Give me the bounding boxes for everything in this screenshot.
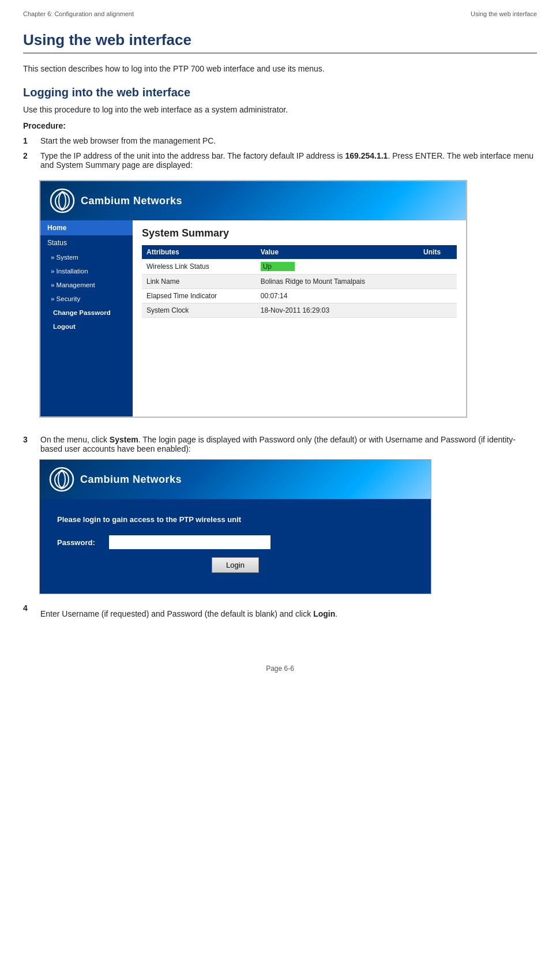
step-2-ip: 169.254.1.1 [345,151,388,160]
login-header: Cambium Networks [40,460,431,499]
step-4: 4 Enter Username (if requested) and Pass… [23,603,537,618]
val-link-name: Bolinas Ridge to Mount Tamalpais [256,275,419,289]
svg-point-3 [58,471,65,487]
attr-wireless-link: Wireless Link Status [142,259,256,275]
sidebar-item-home[interactable]: Home [40,220,133,235]
login-logo: Cambium Networks [49,467,182,492]
table-row: Wireless Link Status Up [142,259,457,275]
step-3-num: 3 [23,435,37,444]
section-title: Using the web interface [23,31,537,54]
step-4-before: Enter Username (if requested) and Passwo… [40,609,313,618]
wi-main: System Summary Attributes Value Units [133,220,466,416]
login-body: Please login to gain access to the PTP w… [40,499,431,594]
sidebar-item-management[interactable]: » Management [40,278,133,292]
table-header-row: Attributes Value Units [142,245,457,259]
step-3-before: On the menu, click [40,435,110,444]
web-interface-screenshot: Cambium Networks Home Status » System » … [39,180,467,418]
svg-point-1 [59,193,66,209]
step-2-before: Type the IP address of the unit into the… [40,151,345,160]
use-text: Use this procedure to log into the web i… [23,105,537,114]
col-value: Value [256,245,419,259]
wi-logo: Cambium Networks [50,188,182,213]
val-system-clock: 18-Nov-2011 16:29:03 [256,303,419,318]
login-info-text: Please login to gain access to the PTP w… [57,515,414,524]
step-1-text: Start the web browser from the managemen… [40,136,537,145]
login-password-input[interactable] [109,535,270,549]
step-1-num: 1 [23,136,37,145]
login-password-label: Password: [57,538,109,547]
sidebar-item-system[interactable]: » System [40,250,133,264]
login-cambium-logo-icon [49,467,74,492]
subsection-title: Logging into the web interface [23,86,537,99]
step-3-bold: System [110,435,138,444]
page-footer: Page 6-6 [0,647,560,684]
screenshot-2-container: Cambium Networks Please login to gain ac… [23,459,537,594]
sidebar-item-change-password[interactable]: Change Password [40,306,133,320]
section-label: Using the web interface [471,10,537,17]
attr-link-name: Link Name [142,275,256,289]
attr-system-clock: System Clock [142,303,256,318]
val-elapsed-time: 00:07:14 [256,289,419,303]
step-4-bold: Login [313,609,335,618]
col-attributes: Attributes [142,245,256,259]
val-wireless-link: Up [256,259,419,275]
step-2: 2 Type the IP address of the unit into t… [23,151,537,170]
procedure-label: Procedure: [23,121,537,130]
step-3: 3 On the menu, click System. The login p… [23,435,537,453]
step-1: 1 Start the web browser from the managem… [23,136,537,145]
wi-sidebar: Home Status » System » Installation » Ma… [40,220,133,416]
step-4-after: . [335,609,337,618]
login-screenshot: Cambium Networks Please login to gain ac… [39,459,431,594]
step-4-text: Enter Username (if requested) and Passwo… [40,609,537,618]
login-logo-text: Cambium Networks [80,474,182,486]
wi-body: Home Status » System » Installation » Ma… [40,220,466,416]
page-number: Page 6-6 [266,665,294,673]
sidebar-item-status[interactable]: Status [40,235,133,250]
table-row: Link Name Bolinas Ridge to Mount Tamalpa… [142,275,457,289]
step-2-num: 2 [23,151,37,160]
web-interface: Cambium Networks Home Status » System » … [40,181,467,417]
intro-text: This section describes how to log into t… [23,64,537,73]
wi-header: Cambium Networks [40,181,466,220]
step-2-text: Type the IP address of the unit into the… [40,151,537,170]
sidebar-item-security[interactable]: » Security [40,292,133,306]
login-button-row: Login [57,557,414,573]
cambium-logo-icon [50,188,75,213]
page-header: Chapter 6: Configuration and alignment U… [0,0,560,20]
sidebar-item-installation[interactable]: » Installation [40,264,133,278]
wi-main-title: System Summary [142,227,457,239]
wi-logo-text: Cambium Networks [81,195,182,207]
screenshot-1-container: Cambium Networks Home Status » System » … [39,175,537,427]
step-3-text: On the menu, click System. The login pag… [40,435,537,453]
table-row: Elapsed Time Indicator 00:07:14 [142,289,457,303]
steps-list: 1 Start the web browser from the managem… [23,136,537,618]
col-units: Units [419,245,457,259]
table-row: System Clock 18-Nov-2011 16:29:03 [142,303,457,318]
login-button[interactable]: Login [212,557,259,573]
step-4-num: 4 [23,603,37,613]
sidebar-item-logout[interactable]: Logout [40,320,133,333]
attr-elapsed-time: Elapsed Time Indicator [142,289,256,303]
content-area: Using the web interface This section des… [0,20,560,647]
wi-table: Attributes Value Units Wireless Link Sta… [142,245,457,318]
chapter-label: Chapter 6: Configuration and alignment [23,10,134,17]
login-password-row: Password: [57,535,414,549]
